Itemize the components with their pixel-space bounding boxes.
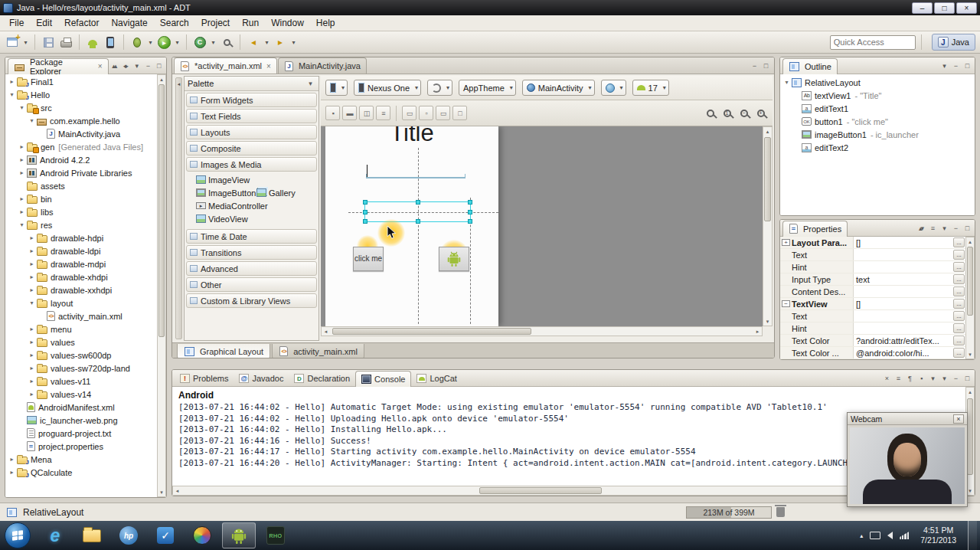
heap-status[interactable]: 213M of 399M xyxy=(686,506,772,519)
expander-icon[interactable]: ▸ xyxy=(28,247,36,254)
tree-item[interactable]: ▸Android 4.2.2 xyxy=(5,153,157,166)
minimize-view-icon[interactable] xyxy=(949,60,961,72)
property-row[interactable]: Text... xyxy=(780,310,965,322)
clear-console-icon[interactable] xyxy=(880,372,892,385)
menu-run[interactable]: Run xyxy=(236,16,265,30)
palette-category[interactable]: Time & Date xyxy=(186,229,317,244)
tree-item[interactable]: ▾com.example.hello xyxy=(5,114,157,127)
canvas-textview-title[interactable]: Title xyxy=(325,126,498,147)
run-dropdown-icon[interactable] xyxy=(174,34,181,50)
snap-to-grid-icon[interactable] xyxy=(376,106,390,120)
debug-dropdown-icon[interactable] xyxy=(147,34,154,50)
forward-icon[interactable] xyxy=(273,34,288,50)
tree-item[interactable]: ic_launcher-web.png xyxy=(5,414,157,427)
tree-item[interactable]: AndroidManifest.xml xyxy=(5,401,157,414)
taskbar-media-app[interactable] xyxy=(185,522,219,548)
expander-icon[interactable]: ▸ xyxy=(8,78,16,85)
palette-collapse-handle[interactable]: ◂ xyxy=(175,77,182,339)
view-menu-icon[interactable] xyxy=(938,222,949,234)
align-left-icon[interactable] xyxy=(402,106,416,120)
tree-item[interactable]: ▸gen[Generated Java Files] xyxy=(5,140,157,153)
locale-combo[interactable] xyxy=(601,80,626,96)
zoom-out-icon[interactable]: − xyxy=(737,106,751,120)
property-row[interactable]: −TextView[]... xyxy=(780,298,965,310)
tree-item[interactable]: ▸drawable-hdpi xyxy=(5,231,157,244)
align-right-icon[interactable] xyxy=(436,106,450,120)
forward-dropdown-icon[interactable] xyxy=(290,34,297,50)
view-menu-icon[interactable] xyxy=(131,60,142,72)
taskbar-internet-explorer[interactable]: e xyxy=(38,522,72,548)
new-dropdown-icon[interactable] xyxy=(22,34,29,50)
menu-navigate[interactable]: Navigate xyxy=(105,16,153,30)
tab-declaration[interactable]: Declaration xyxy=(289,371,355,387)
show-margins-icon[interactable] xyxy=(342,106,357,120)
canvas-button-clickme[interactable]: click me xyxy=(353,247,384,271)
ellipsis-button[interactable]: ... xyxy=(953,250,965,260)
tab-activity-main-xml[interactable]: activity_main.xml xyxy=(272,344,364,358)
sort-properties-icon[interactable] xyxy=(915,222,926,234)
tree-item[interactable]: ▸Mena xyxy=(5,453,157,466)
print-icon[interactable] xyxy=(58,34,74,50)
tab-console[interactable]: Console xyxy=(355,371,411,387)
collapse-all-icon[interactable] xyxy=(109,60,119,72)
property-row[interactable]: Text Color ...@android:color/hi...... xyxy=(780,347,965,359)
properties-scrollbar[interactable]: ▴ ▾ xyxy=(965,237,975,359)
run-garbage-collector-icon[interactable] xyxy=(776,507,785,517)
editor-tab[interactable]: MainActivity.java xyxy=(278,57,367,74)
expander-icon[interactable]: ▸ xyxy=(8,456,16,463)
zoom-reset-icon[interactable]: 1 xyxy=(720,106,734,120)
group-expander-icon[interactable]: + xyxy=(782,239,790,246)
property-row[interactable]: Hint... xyxy=(780,261,965,273)
group-expander-icon[interactable]: − xyxy=(782,300,790,307)
webcam-window[interactable]: Webcam × xyxy=(847,412,968,507)
outline-item[interactable]: ▾RelativeLayout xyxy=(780,76,975,89)
ellipsis-button[interactable]: ... xyxy=(953,348,965,358)
display-console-icon[interactable] xyxy=(926,372,938,385)
tab-problems[interactable]: Problems xyxy=(175,371,234,387)
property-row[interactable]: Hint... xyxy=(780,322,965,335)
palette-item[interactable]: ImageView xyxy=(195,173,318,186)
minimize-view-icon[interactable] xyxy=(142,60,152,72)
canvas-imagebutton[interactable] xyxy=(439,247,469,271)
menu-search[interactable]: Search xyxy=(154,16,195,30)
design-canvas[interactable]: Title click me xyxy=(321,126,763,326)
expander-icon[interactable]: ▸ xyxy=(18,143,26,150)
tab-graphical-layout[interactable]: Graphical Layout xyxy=(177,344,270,358)
palette-category[interactable]: Images & Media xyxy=(186,157,317,172)
device-combo[interactable]: Nexus One xyxy=(354,80,421,96)
expander-icon[interactable]: ▾ xyxy=(782,79,791,86)
expander-icon[interactable]: ▾ xyxy=(28,300,36,306)
search-icon[interactable] xyxy=(219,34,234,50)
expander-icon[interactable]: ▸ xyxy=(28,234,36,241)
close-webcam-icon[interactable]: × xyxy=(953,414,964,424)
run-icon[interactable] xyxy=(156,34,172,50)
palette-item[interactable]: ImageButton xyxy=(195,186,256,199)
expander-icon[interactable]: ▸ xyxy=(18,156,26,163)
new-class-dropdown-icon[interactable] xyxy=(210,34,217,50)
selection-rectangle[interactable] xyxy=(364,201,471,222)
minimize-window-button[interactable]: – xyxy=(912,2,933,14)
scrollbar-thumb[interactable] xyxy=(158,84,165,337)
pin-console-icon[interactable] xyxy=(915,372,926,385)
show-advanced-properties-icon[interactable] xyxy=(926,222,938,234)
expander-icon[interactable]: ▾ xyxy=(28,117,36,124)
maximize-editor-icon[interactable] xyxy=(760,60,771,72)
tree-item[interactable]: assets xyxy=(5,179,157,192)
tree-item[interactable]: ▸drawable-ldpi xyxy=(5,244,157,257)
avd-manager-icon[interactable] xyxy=(103,34,118,50)
show-grid-icon[interactable] xyxy=(359,106,374,120)
palette-category[interactable]: Composite xyxy=(186,141,317,156)
menu-project[interactable]: Project xyxy=(195,16,236,30)
expander-icon[interactable]: ▸ xyxy=(18,195,26,202)
distribute-icon[interactable] xyxy=(452,106,467,120)
new-wizard-icon[interactable] xyxy=(5,34,20,50)
ellipsis-button[interactable]: ... xyxy=(953,237,965,247)
api-level-combo[interactable]: 17 xyxy=(632,80,669,96)
menu-refactor[interactable]: Refactor xyxy=(58,16,105,30)
zoom-in-icon[interactable]: + xyxy=(753,106,768,120)
close-window-button[interactable]: × xyxy=(956,2,977,14)
editor-tab[interactable]: *activity_main.xml× xyxy=(174,57,277,74)
palette-category[interactable]: Custom & Library Views xyxy=(186,293,317,308)
volume-tray-icon[interactable] xyxy=(887,532,893,539)
outline-item[interactable]: editText1 xyxy=(780,102,975,115)
